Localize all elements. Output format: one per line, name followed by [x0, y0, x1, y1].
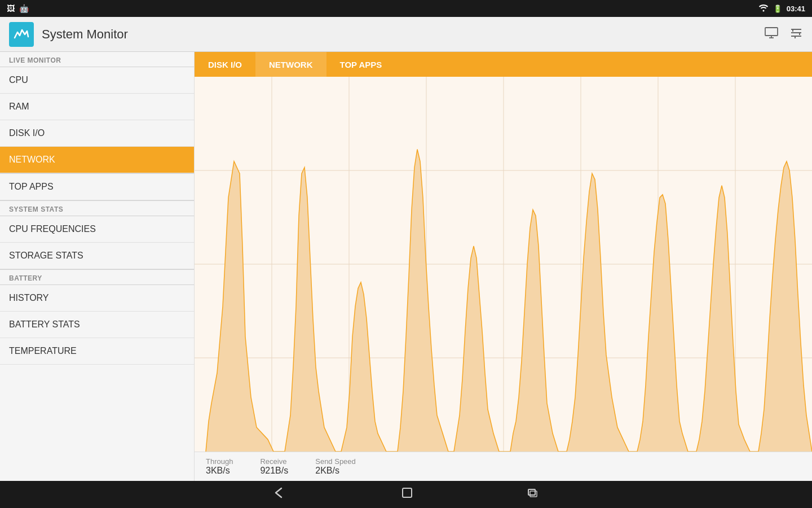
status-bar-left: 🖼 🤖	[7, 4, 29, 13]
sidebar-item-ram[interactable]: RAM	[0, 94, 194, 120]
app-logo	[9, 22, 34, 47]
section-header-live-monitor: LIVE MONITOR	[0, 52, 194, 67]
stat-send-speed: Send Speed 2KB/s	[315, 457, 356, 476]
stat-send-speed-value: 2KB/s	[315, 466, 356, 476]
sidebar: LIVE MONITOR CPU RAM DISK I/O NETWORK TO…	[0, 52, 195, 481]
sidebar-item-history[interactable]: HISTORY	[0, 285, 194, 312]
svg-rect-21	[528, 489, 535, 495]
sidebar-item-storage-stats[interactable]: STORAGE STATS	[0, 243, 194, 269]
android-icon: 🤖	[19, 4, 29, 13]
sidebar-item-diskio[interactable]: DISK I/O	[0, 120, 194, 147]
network-chart-svg	[195, 77, 812, 452]
status-bar-right: 🔋 03:41	[758, 4, 805, 14]
recents-button[interactable]	[526, 487, 539, 502]
sidebar-item-top-apps[interactable]: TOP APPS	[0, 174, 194, 200]
wifi-icon	[758, 4, 769, 14]
main-content: LIVE MONITOR CPU RAM DISK I/O NETWORK TO…	[0, 52, 812, 481]
sidebar-item-cpu[interactable]: CPU	[0, 67, 194, 94]
tab-disk-io[interactable]: DISK I/O	[195, 52, 255, 77]
tab-top-apps[interactable]: TOP APPS	[326, 52, 396, 77]
stat-through-label: Through	[206, 457, 233, 466]
home-button[interactable]	[401, 487, 413, 502]
svg-rect-0	[765, 28, 778, 36]
clock: 03:41	[787, 5, 805, 13]
svg-rect-20	[403, 488, 412, 497]
app-title: System Monitor	[42, 27, 128, 42]
bottom-nav	[0, 481, 812, 508]
sidebar-item-temperature[interactable]: TEMPERATURE	[0, 338, 194, 365]
network-chart	[195, 77, 812, 452]
section-header-system-stats: SYSTEM STATS	[0, 201, 194, 216]
stat-through-value: 3KB/s	[206, 466, 233, 476]
battery-icon: 🔋	[773, 5, 782, 13]
tab-bar: DISK I/O NETWORK TOP APPS	[195, 52, 812, 77]
section-header-battery: BATTERY	[0, 270, 194, 284]
settings-icon[interactable]	[789, 26, 803, 42]
stat-receive-label: Receive	[260, 457, 288, 466]
chart-stats: Through 3KB/s Receive 921B/s Send Speed …	[195, 452, 812, 481]
monitor-icon[interactable]	[765, 27, 778, 41]
sidebar-item-battery-stats[interactable]: BATTERY STATS	[0, 312, 194, 338]
tab-network[interactable]: NETWORK	[255, 52, 326, 77]
stat-receive: Receive 921B/s	[260, 457, 288, 476]
app-bar-actions	[765, 26, 803, 42]
back-button[interactable]	[273, 487, 288, 502]
svg-rect-22	[530, 491, 537, 497]
stat-through: Through 3KB/s	[206, 457, 233, 476]
stat-send-speed-label: Send Speed	[315, 457, 356, 466]
app-bar: System Monitor	[0, 17, 812, 52]
sidebar-item-cpu-frequencies[interactable]: CPU FREQUENCIES	[0, 216, 194, 243]
chart-area: DISK I/O NETWORK TOP APPS	[195, 52, 812, 481]
sidebar-item-network[interactable]: NETWORK	[0, 147, 194, 173]
photo-icon: 🖼	[7, 4, 15, 13]
stat-receive-value: 921B/s	[260, 466, 288, 476]
status-bar: 🖼 🤖 🔋 03:41	[0, 0, 812, 17]
app-bar-left: System Monitor	[9, 22, 128, 47]
